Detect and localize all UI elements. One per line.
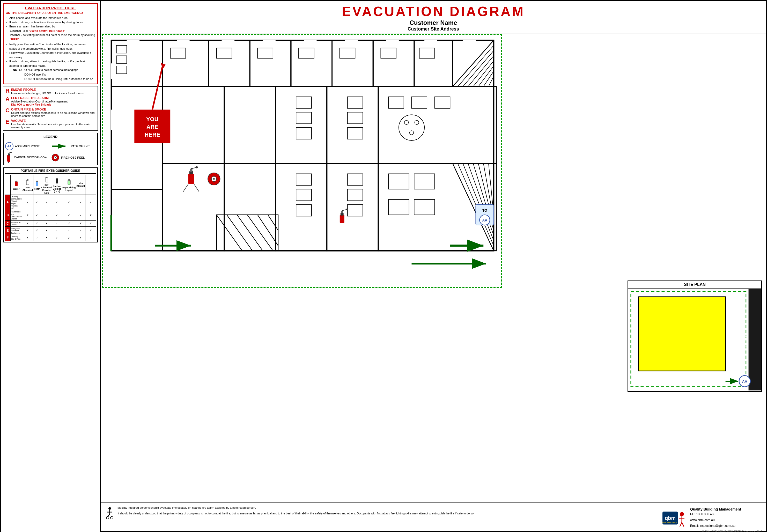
fire-guide-title: PORTABLE FIRE EXTINGUISHER GUIDE	[5, 169, 96, 174]
legend-section: LEGEND AA ASSEMBLY POINT	[3, 133, 98, 165]
svg-rect-125	[340, 215, 344, 223]
fire-guide-row-c: C Flammable Gases ✗✗✗✓✗✗✗	[5, 220, 96, 226]
race-a-heading: LERT-RAISE THE ALARM	[11, 96, 49, 100]
site-plan-body: STREET AA	[628, 289, 761, 391]
svg-rect-84	[419, 48, 435, 58]
svg-rect-25	[163, 40, 209, 87]
copyright: © QUALITY BUILDING MANAGEMENT - November…	[702, 530, 762, 532]
svg-rect-107	[414, 199, 434, 215]
svg-rect-68	[222, 40, 235, 41]
race-a-body: Advise Evacuation Coordinator/Management	[11, 100, 68, 103]
evac-internal: Internal - activating manual call point …	[10, 33, 95, 41]
svg-line-120	[183, 184, 188, 192]
svg-line-128	[342, 210, 346, 211]
svg-rect-90	[348, 128, 363, 139]
svg-rect-23	[111, 40, 494, 251]
race-c-body: Select and use extinguishers if safe to …	[11, 111, 94, 117]
site-plan-svg: STREET AA	[628, 289, 761, 391]
svg-rect-12	[16, 181, 17, 182]
svg-point-154	[110, 516, 113, 519]
svg-line-162	[682, 522, 684, 527]
svg-rect-26	[209, 40, 250, 87]
svg-rect-13	[26, 180, 29, 185]
evac-bullet-3: • Ensure an alarm has been raised by	[6, 24, 95, 29]
fire-guide-section: PORTABLE FIRE EXTINGUISHER GUIDE Water W…	[3, 167, 98, 242]
svg-rect-20	[56, 178, 58, 179]
svg-rect-75	[116, 46, 127, 53]
legend-item-assembly: AA ASSEMBLY POINT	[5, 142, 50, 150]
svg-rect-82	[340, 48, 355, 58]
svg-rect-83	[381, 48, 396, 58]
svg-rect-69	[263, 40, 276, 41]
svg-rect-76	[116, 56, 127, 63]
svg-rect-34	[163, 86, 224, 164]
evac-bullet-5: • Follow your Evacuation Coordinator's i…	[6, 51, 95, 59]
svg-rect-78	[170, 48, 186, 58]
svg-rect-139	[111, 63, 113, 79]
svg-text:YOU: YOU	[146, 116, 158, 122]
evac-bullet-4: • Notify your Evacuation Coordinator of …	[6, 42, 95, 51]
svg-rect-101	[348, 174, 363, 186]
svg-text:ARE: ARE	[146, 124, 158, 130]
svg-rect-18	[46, 177, 47, 178]
svg-rect-102	[348, 189, 363, 201]
customer-address: Customer Site Address	[101, 26, 766, 32]
fire-hose-reel-icon	[51, 153, 60, 162]
svg-rect-98	[296, 174, 312, 186]
race-e-body: Use fire stairs /exits. Take others with…	[11, 123, 90, 129]
evacuation-procedure-box: EVACUATION PROCEDURE ON THE DISCOVERY OF…	[3, 3, 98, 84]
svg-rect-70	[304, 40, 317, 41]
svg-rect-105	[414, 174, 434, 189]
race-letter-r: R	[5, 88, 11, 95]
company-info-section: qbm ONE STEP AHEAD Quality Building Mana…	[657, 503, 766, 532]
race-letter-e: E	[5, 119, 11, 129]
evac-procedure-title: EVACUATION PROCEDURE	[6, 6, 95, 10]
svg-point-10	[55, 157, 56, 158]
svg-rect-37	[327, 86, 378, 164]
svg-text:HERE: HERE	[144, 131, 160, 138]
svg-rect-16	[36, 181, 38, 182]
header-section: EVACUATION DIAGRAM Customer Name Custome…	[101, 1, 766, 33]
svg-rect-99	[296, 189, 312, 201]
svg-rect-80	[257, 48, 273, 58]
svg-rect-36	[276, 86, 327, 164]
evac-procedure-subtitle: ON THE DISCOVERY OF A POTENTIAL EMERGENC…	[6, 11, 95, 15]
evac-bullet-2-text: If safe to do so, contain fire spills or…	[9, 20, 84, 25]
race-c-heading: ONTAIN FIRE & SMOKE	[11, 108, 46, 111]
svg-line-54	[463, 164, 494, 241]
svg-rect-21	[68, 180, 70, 185]
svg-rect-29	[332, 40, 373, 87]
race-item-r: R EMOVE PEOPLE from immediate danger, DO…	[5, 88, 95, 95]
svg-line-110	[227, 215, 252, 251]
svg-rect-35	[224, 86, 275, 164]
svg-text:qbm: qbm	[665, 515, 676, 521]
evac-bullet-2: • If safe to do so, contain fire spills …	[6, 20, 95, 25]
svg-rect-22	[68, 179, 70, 181]
svg-point-153	[106, 516, 109, 519]
svg-rect-93	[435, 97, 450, 108]
svg-rect-140	[111, 110, 113, 130]
disability-text: Mobility impaired persons should evacuat…	[117, 506, 474, 516]
svg-rect-117	[190, 169, 193, 172]
svg-rect-2	[7, 155, 10, 162]
path-exit-icon	[51, 143, 69, 149]
svg-rect-67	[177, 40, 190, 41]
evac-bullet-6-text: If safe to do so, attempt to extinguish …	[9, 59, 95, 68]
race-section: R EMOVE PEOPLE from immediate danger, DO…	[3, 86, 98, 131]
svg-point-95	[404, 120, 409, 124]
legend-title: LEGEND	[5, 135, 96, 140]
svg-rect-104	[388, 174, 409, 189]
site-plan-title: SITE PLAN	[628, 281, 761, 289]
company-website: www.qbm.com.au	[690, 517, 741, 523]
svg-rect-66	[127, 40, 140, 41]
fire-guide-row-e: E Energised Electrical Equipment ✗✗✗✓✓✓✗	[5, 226, 96, 235]
company-phone: PH: 1300 880 466	[690, 511, 741, 517]
main-title: EVACUATION DIAGRAM	[101, 4, 766, 19]
evac-external: External- Dial "000 to notify Fire Briga…	[10, 29, 95, 33]
svg-rect-142	[639, 297, 726, 371]
svg-rect-88	[348, 97, 363, 108]
legend-path-label: PATH OF EXIT	[71, 145, 90, 148]
legend-grid: AA ASSEMBLY POINT PATH OF EXIT	[5, 142, 96, 163]
race-letter-c: C	[5, 108, 11, 117]
svg-line-45	[458, 46, 494, 87]
